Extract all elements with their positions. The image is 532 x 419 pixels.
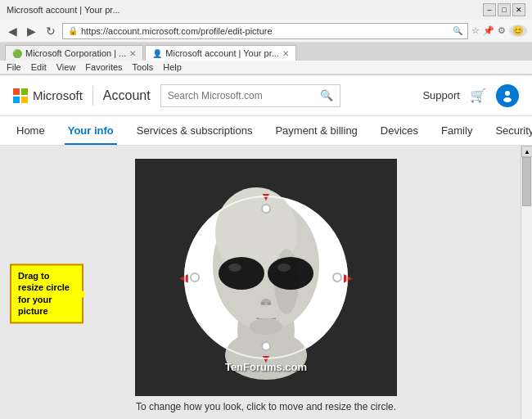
nav-your-info[interactable]: Your info [65, 118, 117, 145]
ms-account-header: Microsoft Account 🔍 Support 🛒 [0, 75, 532, 116]
svg-point-0 [505, 91, 510, 96]
tab1-label: Microsoft Corporation | ... [25, 48, 126, 58]
pin-icon[interactable]: 📌 [483, 25, 494, 36]
nav-services[interactable]: Services & subscriptions [133, 118, 256, 145]
resize-tooltip: Drag to resize circle for your picture [10, 264, 83, 323]
resize-tooltip-text: Drag to resize circle for your picture [18, 271, 70, 316]
ssl-icon: 🔒 [68, 26, 78, 35]
svg-point-1 [503, 97, 512, 102]
menu-file[interactable]: File [7, 62, 21, 72]
window-controls: – □ ✕ [483, 3, 525, 16]
back-button[interactable]: ◀ [5, 23, 20, 39]
tab1-favicon: 🟢 [12, 49, 22, 58]
title-bar: Microsoft account | Your pr... – □ ✕ [0, 0, 532, 20]
star-icon[interactable]: ☆ [471, 25, 480, 36]
svg-point-10 [228, 264, 241, 272]
support-link[interactable]: Support [422, 89, 460, 101]
refresh-button[interactable]: ↻ [43, 23, 59, 39]
tab2-label: Microsoft account | Your pr... [165, 48, 279, 58]
scroll-up-button[interactable]: ▲ [521, 146, 532, 157]
minimize-button[interactable]: – [483, 3, 496, 16]
nav-family[interactable]: Family [438, 118, 476, 145]
maximize-button[interactable]: □ [498, 3, 511, 16]
menu-tools[interactable]: Tools [133, 62, 154, 72]
close-button[interactable]: ✕ [512, 3, 525, 16]
menu-bar: File Edit View Favorites Tools Help [0, 61, 532, 74]
tab2-close[interactable]: ✕ [282, 49, 289, 58]
browser-tab-1[interactable]: 🟢 Microsoft Corporation | ... ✕ [5, 45, 143, 61]
watermark: TenForums.com [225, 361, 307, 373]
title-bar-title: Microsoft account | Your pr... [7, 5, 120, 15]
browser-tab-2[interactable]: 👤 Microsoft account | Your pr... ✕ [145, 45, 296, 61]
menu-edit[interactable]: Edit [31, 62, 47, 72]
tab2-favicon: 👤 [152, 49, 162, 58]
ms-nav: Home Your info Services & subscriptions … [0, 116, 532, 146]
smiley-icon[interactable]: 😊 [509, 25, 527, 37]
nav-security[interactable]: Security & privacy [492, 118, 532, 145]
svg-point-13 [261, 302, 265, 305]
svg-point-8 [219, 257, 264, 290]
browser-tabs-bar: 🟢 Microsoft Corporation | ... ✕ 👤 Micros… [0, 43, 532, 61]
svg-point-14 [268, 302, 272, 305]
gear-icon[interactable]: ⚙ [498, 25, 506, 36]
search-button[interactable]: 🔍 [320, 89, 333, 101]
ms-logo: Microsoft [13, 88, 83, 103]
user-avatar[interactable] [496, 84, 519, 107]
svg-point-16 [274, 249, 299, 314]
url-text: https://account.microsoft.com/profile/ed… [81, 26, 449, 36]
scroll-track[interactable] [521, 157, 532, 419]
ms-logo-text: Microsoft [33, 88, 83, 102]
search-input[interactable] [168, 90, 320, 101]
browser-title: Microsoft account | Your pr... [7, 5, 120, 15]
ms-logo-blue [13, 97, 20, 103]
address-search-icon: 🔍 [453, 26, 462, 35]
page-content: Drag to resize circle for your picture [0, 146, 532, 419]
window-chrome: Microsoft account | Your pr... – □ ✕ ◀ ▶… [0, 0, 532, 75]
ms-logo-red [13, 88, 20, 95]
cart-icon[interactable]: 🛒 [470, 88, 486, 103]
ms-logo-squares [13, 88, 28, 103]
scroll-thumb[interactable] [522, 157, 531, 206]
content-area: Drag to resize circle for your picture [0, 146, 532, 419]
image-editor[interactable]: ▼ ▼ ◀ ▶ [135, 159, 397, 396]
menu-favorites[interactable]: Favorites [85, 62, 122, 72]
address-bar[interactable]: 🔒 https://account.microsoft.com/profile/… [62, 23, 468, 39]
header-divider [92, 86, 93, 106]
scrollbar[interactable]: ▲ ▼ [521, 146, 532, 419]
header-account-label: Account [103, 88, 151, 103]
ms-logo-yellow [21, 97, 28, 103]
menu-view[interactable]: View [56, 62, 76, 72]
nav-home[interactable]: Home [13, 118, 48, 145]
ms-logo-green [21, 88, 28, 95]
nav-payment[interactable]: Payment & billing [272, 118, 360, 145]
header-right: Support 🛒 [422, 84, 519, 107]
tab1-close[interactable]: ✕ [129, 49, 136, 58]
forward-button[interactable]: ▶ [24, 23, 39, 39]
menu-help[interactable]: Help [163, 62, 182, 72]
main-content: Drag to resize circle for your picture [0, 146, 532, 419]
editor-caption: To change how you look, click to move an… [136, 401, 396, 412]
browser-nav-bar: ◀ ▶ ↻ 🔒 https://account.microsoft.com/pr… [0, 20, 532, 43]
search-bar[interactable]: 🔍 [160, 84, 340, 107]
svg-point-15 [250, 318, 282, 335]
nav-devices[interactable]: Devices [377, 118, 422, 145]
